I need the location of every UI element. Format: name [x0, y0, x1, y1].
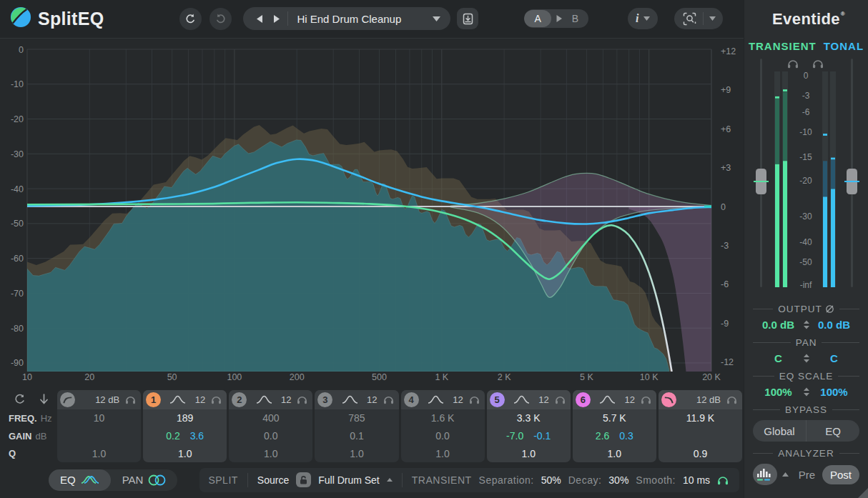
band-solo-headphones-icon[interactable] — [555, 395, 566, 404]
analyzer-post-button[interactable]: Post — [822, 465, 859, 484]
band-filter-type-icon[interactable] — [508, 394, 536, 404]
band-solo-headphones-icon[interactable] — [211, 395, 222, 404]
band-gain-transient[interactable]: 2.6 — [596, 430, 609, 442]
band-q[interactable]: 1.0 — [229, 444, 312, 462]
band-q[interactable]: 1.0 — [487, 444, 571, 462]
polarity-icon[interactable] — [825, 304, 834, 314]
preset-menu-caret-icon[interactable] — [427, 14, 446, 24]
link-stepper-icon[interactable] — [803, 353, 810, 364]
band-gain-transient[interactable]: 0.2 — [166, 430, 179, 442]
eq-graph[interactable]: 0-10-20-30-40-50-60-70-80-90+12+9+6+30-3… — [0, 39, 744, 389]
band-header[interactable]: 512 — [487, 390, 571, 409]
band-filter-type-icon[interactable] — [335, 394, 364, 404]
separation-value[interactable]: 50% — [541, 474, 561, 486]
band-q[interactable]: 0.9 — [659, 444, 742, 462]
preset-next-button[interactable] — [268, 12, 285, 26]
band-4-column[interactable]: 3127850.11.0 — [315, 390, 398, 462]
band-header[interactable]: 312 — [315, 390, 398, 409]
triangle-up-icon[interactable] — [387, 478, 393, 482]
band-slope[interactable]: 12 — [195, 394, 205, 405]
band-solo-headphones-icon[interactable] — [641, 395, 651, 404]
band-gain-transient[interactable]: -7.0 — [506, 430, 523, 442]
band-q[interactable]: 1.0 — [401, 444, 485, 462]
decay-value[interactable]: 30% — [608, 474, 628, 486]
band-3-column[interactable]: 2124000.01.0 — [229, 390, 312, 462]
window-scale-button[interactable] — [674, 8, 723, 29]
band-filter-type-icon[interactable] — [593, 394, 622, 404]
undo-button[interactable] — [179, 8, 202, 30]
band-q[interactable]: 1.0 — [573, 444, 656, 462]
band-enable-button[interactable]: 1 — [146, 392, 161, 407]
ab-a-button[interactable]: A — [524, 10, 551, 27]
band-freq[interactable]: 10 — [57, 409, 141, 427]
band-gain-tonal[interactable]: 3.6 — [190, 430, 204, 442]
band-enable-button[interactable]: 5 — [490, 392, 505, 407]
band-q[interactable]: 1.0 — [315, 444, 398, 462]
transient-solo-headphones-icon[interactable] — [788, 61, 798, 68]
band-freq[interactable]: 189 — [143, 409, 227, 427]
band-solo-headphones-icon[interactable] — [469, 395, 480, 404]
band-enable-button[interactable]: 2 — [232, 392, 247, 407]
band-1-column[interactable]: 12 dB101.0 — [57, 390, 141, 462]
bypass-global-button[interactable]: Global — [753, 420, 806, 442]
band-header[interactable]: 412 — [401, 390, 485, 409]
band-gain-cell[interactable]: 0.0 — [229, 427, 312, 444]
preset-save-button[interactable] — [457, 8, 478, 29]
band-slope[interactable]: 12 dB — [95, 394, 119, 405]
band-5-column[interactable]: 4121.6 K0.01.0 — [401, 390, 485, 462]
band-slope[interactable]: 12 — [453, 394, 463, 405]
band-6-column[interactable]: 5123.3 K-7.0-0.11.0 — [487, 390, 571, 462]
band-gain-tonal[interactable]: 0.3 — [619, 430, 633, 442]
band-enable-button[interactable]: 4 — [404, 392, 419, 407]
bypass-eq-button[interactable]: EQ — [806, 420, 859, 442]
band-solo-headphones-icon[interactable] — [297, 395, 307, 404]
smooth-value[interactable]: 10 ms — [683, 474, 710, 486]
eq-view-button[interactable]: EQ — [49, 469, 111, 491]
source-select[interactable]: Full Drum Set — [318, 474, 380, 486]
band-enable-button[interactable]: 3 — [317, 392, 332, 407]
tonal-solo-headphones-icon[interactable] — [813, 61, 823, 68]
band-enable-button[interactable] — [60, 392, 75, 407]
band-header[interactable]: 12 dB — [659, 390, 742, 409]
band-slope[interactable]: 12 — [281, 394, 291, 405]
band-gain-cell[interactable]: -7.0-0.1 — [487, 427, 571, 444]
band-header[interactable]: 12 dB — [57, 390, 141, 409]
band-filter-type-icon[interactable] — [250, 394, 278, 404]
band-solo-headphones-icon[interactable] — [383, 395, 394, 404]
ab-b-button[interactable]: B — [567, 10, 588, 27]
link-stepper-icon[interactable] — [803, 319, 810, 330]
band-8-column[interactable]: 12 dB11.9 K0.9 — [659, 390, 742, 462]
band-header[interactable]: 612 — [573, 390, 656, 409]
transient-solo-headphones-icon[interactable] — [717, 475, 729, 485]
arrow-down-icon[interactable] — [39, 394, 49, 407]
link-stepper-icon[interactable] — [803, 387, 810, 397]
band-solo-headphones-icon[interactable] — [726, 395, 737, 404]
band-freq[interactable]: 5.7 K — [573, 409, 656, 427]
band-freq[interactable]: 400 — [229, 409, 312, 427]
pan-view-button[interactable]: PAN — [111, 469, 178, 491]
band-q[interactable]: 1.0 — [143, 444, 227, 462]
info-button[interactable]: i — [628, 8, 657, 29]
band-header[interactable]: 212 — [229, 390, 312, 409]
band-slope[interactable]: 12 — [624, 394, 634, 405]
band-q[interactable]: 1.0 — [57, 444, 141, 462]
band-gain-cell[interactable] — [659, 427, 742, 444]
eq-scale-tonal-value[interactable]: 100% — [817, 386, 852, 398]
band-2-column[interactable]: 1121890.23.61.0 — [143, 390, 227, 462]
eq-scale-transient-value[interactable]: 100% — [761, 386, 796, 398]
band-slope[interactable]: 12 — [367, 394, 377, 405]
band-gain-cell[interactable]: 0.0 — [401, 427, 485, 444]
analyzer-expand-button[interactable] — [779, 464, 791, 485]
preset-prev-button[interactable] — [252, 12, 268, 26]
source-lock-button[interactable] — [296, 472, 311, 487]
band-gain-cell[interactable]: 2.60.3 — [573, 427, 656, 444]
resize-grip[interactable] — [858, 488, 868, 498]
band-gain-cell[interactable]: 0.23.6 — [143, 427, 227, 444]
band-freq[interactable]: 785 — [315, 409, 398, 427]
band-filter-type-icon[interactable] — [422, 394, 450, 404]
flatten-eq-icon[interactable] — [14, 394, 25, 407]
band-gain-cell[interactable] — [57, 427, 141, 444]
output-transient-value[interactable]: 0.0 dB — [761, 319, 796, 331]
band-slope[interactable]: 12 dB — [696, 394, 721, 405]
pan-tonal-value[interactable]: C — [817, 352, 852, 364]
